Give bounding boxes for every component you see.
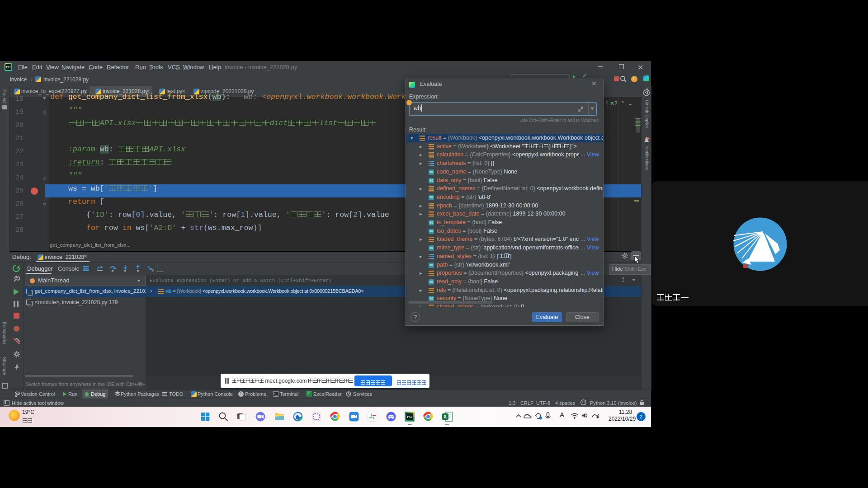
svg-text:PC: PC: [407, 415, 412, 419]
svg-text:X: X: [443, 414, 447, 419]
svg-text:y: y: [152, 267, 154, 272]
